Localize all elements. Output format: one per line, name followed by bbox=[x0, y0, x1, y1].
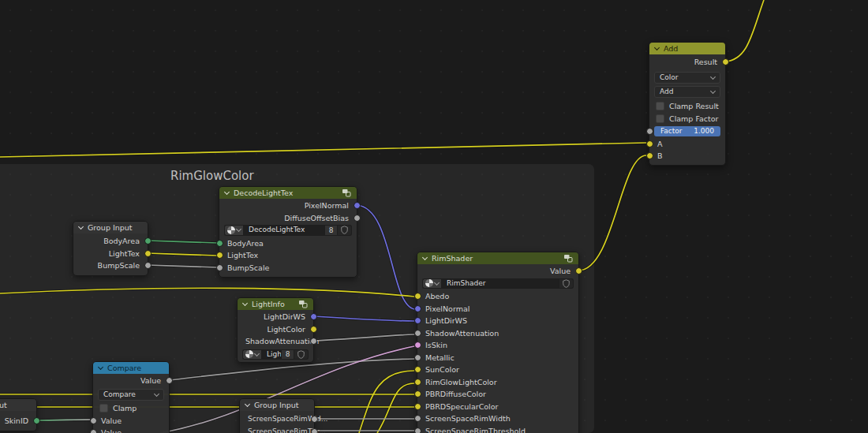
socket-factor-input[interactable] bbox=[646, 128, 653, 135]
node-add-header[interactable]: Add bbox=[649, 43, 725, 54]
node-group-input-top-header[interactable]: Group Input bbox=[73, 222, 148, 233]
collapse-chevron-icon[interactable] bbox=[422, 255, 428, 260]
node-editor-canvas[interactable]: { "frame": { "label": "RimGlowColor" }, … bbox=[0, 0, 868, 433]
group-browse-button[interactable] bbox=[422, 278, 441, 289]
socket-bumpscale-input[interactable] bbox=[216, 264, 223, 271]
socket-pixelnormal-input[interactable] bbox=[414, 305, 421, 312]
socket-lighttex-input[interactable] bbox=[216, 252, 223, 259]
collapse-chevron-icon[interactable] bbox=[245, 401, 250, 407]
socket-pbrdiffusecolor-input[interactable] bbox=[414, 390, 421, 398]
socket-abedo-input[interactable] bbox=[414, 293, 421, 300]
socket-value-input-2[interactable] bbox=[90, 429, 97, 433]
output-row-pixelnormal: PixelNormal bbox=[219, 200, 357, 212]
output-row-lighttex: LightTex bbox=[73, 248, 148, 260]
blend-mode-select[interactable]: Add bbox=[654, 86, 720, 98]
socket-a-input[interactable] bbox=[646, 140, 653, 147]
group-name-field[interactable]: Ligh... bbox=[261, 349, 282, 360]
node-decodelighttex[interactable]: DecodeLightTex PixelNormal DiffuseOffset… bbox=[219, 186, 357, 278]
node-group-input-bottom[interactable]: Group Input ScreenSpaceRimWid... ScreenS… bbox=[239, 398, 315, 433]
socket-screenspacerimwidth-input[interactable] bbox=[414, 415, 421, 422]
socket-result-output[interactable] bbox=[722, 58, 729, 65]
node-compare[interactable]: Compare Value Compare Clamp Value Value bbox=[92, 361, 170, 433]
node-rimshader-header[interactable]: RimShader bbox=[417, 252, 578, 264]
input-row-b: B bbox=[649, 150, 725, 162]
clamp-factor-checkbox-row[interactable]: Clamp Factor bbox=[649, 114, 725, 125]
group-name-field[interactable]: RimShader bbox=[441, 278, 559, 289]
collapse-chevron-icon[interactable] bbox=[78, 224, 84, 230]
node-group-input-left-partial[interactable]: ut SkinID bbox=[0, 398, 37, 431]
node-group-selector[interactable]: DecodeLightTex 8 bbox=[224, 225, 352, 236]
socket-isskin-input[interactable] bbox=[414, 342, 421, 349]
collapse-chevron-icon[interactable] bbox=[98, 364, 103, 370]
socket-suncolor-input[interactable] bbox=[414, 366, 421, 373]
node-decodelighttex-header[interactable]: DecodeLightTex bbox=[219, 187, 357, 199]
socket-value-output[interactable] bbox=[575, 267, 582, 274]
socket-lightdirws-input[interactable] bbox=[414, 317, 421, 324]
node-group-input-bottom-header[interactable]: Group Input bbox=[240, 399, 314, 411]
fake-user-shield-button[interactable] bbox=[294, 349, 309, 360]
socket-metallic-input[interactable] bbox=[414, 354, 421, 361]
input-row-value-1: Value bbox=[93, 415, 169, 427]
output-row-skinid: SkinID bbox=[0, 415, 36, 427]
users-count-button[interactable]: 8 bbox=[325, 225, 338, 236]
collapse-chevron-icon[interactable] bbox=[224, 189, 230, 195]
node-group-icon bbox=[342, 189, 351, 197]
checkbox-icon[interactable] bbox=[99, 404, 108, 412]
wire-add-result-out bbox=[725, 0, 764, 62]
socket-bodyarea-input[interactable] bbox=[216, 240, 223, 247]
node-title: Group Input bbox=[88, 222, 142, 233]
fake-user-shield-button[interactable] bbox=[559, 278, 574, 289]
node-rimshader[interactable]: RimShader Value RimShader Abedo PixelNor… bbox=[417, 252, 579, 433]
socket-diffuseoffsetbias-output[interactable] bbox=[354, 215, 361, 222]
socket-shadowattenuation-input[interactable] bbox=[414, 330, 421, 337]
socket-pixelnormal-output[interactable] bbox=[354, 202, 361, 209]
socket-bumpscale-output[interactable] bbox=[144, 262, 152, 269]
data-type-select[interactable]: Color bbox=[654, 72, 720, 84]
output-row-result: Result bbox=[649, 56, 725, 69]
node-group-selector[interactable]: Ligh... 8 bbox=[242, 349, 309, 360]
socket-rimglowlightcolor-input[interactable] bbox=[414, 379, 421, 386]
collapse-chevron-icon[interactable] bbox=[654, 45, 660, 50]
input-row-a: A bbox=[649, 138, 725, 151]
socket-b-input[interactable] bbox=[646, 152, 653, 159]
node-group-input-top[interactable]: Group Input BodyArea LightTex BumpScale bbox=[73, 221, 148, 276]
node-title: Group Input bbox=[254, 399, 309, 411]
socket-screenspacerimthreshold-output[interactable] bbox=[311, 428, 318, 433]
input-row-bodyarea: BodyArea bbox=[219, 237, 357, 250]
checkbox-icon[interactable] bbox=[656, 102, 664, 110]
node-lightinfo-header[interactable]: LightInfo bbox=[238, 298, 313, 310]
checkbox-icon[interactable] bbox=[656, 114, 664, 123]
node-left-partial-header[interactable]: ut bbox=[0, 399, 36, 411]
socket-pbrdspecularcolor-input[interactable] bbox=[414, 403, 421, 410]
fake-user-shield-button[interactable] bbox=[338, 225, 352, 236]
socket-screenspacerimthreshold-input[interactable] bbox=[414, 427, 421, 433]
material-sphere-icon bbox=[425, 279, 433, 287]
node-compare-header[interactable]: Compare bbox=[93, 362, 169, 374]
socket-value-input-1[interactable] bbox=[90, 417, 97, 424]
group-browse-button[interactable] bbox=[242, 349, 261, 360]
node-title: LightInfo bbox=[252, 298, 294, 310]
clamp-checkbox-row[interactable]: Clamp bbox=[93, 403, 169, 414]
users-count-button[interactable]: 8 bbox=[282, 349, 294, 360]
socket-value-output[interactable] bbox=[166, 377, 173, 384]
collapse-chevron-icon[interactable] bbox=[242, 300, 248, 306]
shield-icon bbox=[341, 226, 348, 234]
node-title: Add bbox=[664, 43, 720, 54]
socket-lightdirws-output[interactable] bbox=[310, 313, 317, 320]
node-group-selector[interactable]: RimShader bbox=[422, 278, 574, 289]
socket-skinid-output[interactable] bbox=[33, 417, 40, 424]
socket-screenspacerimwidth-output[interactable] bbox=[311, 416, 318, 423]
factor-slider[interactable]: Factor 1.000 bbox=[654, 126, 720, 136]
socket-bodyarea-output[interactable] bbox=[144, 237, 152, 244]
socket-lighttex-output[interactable] bbox=[144, 250, 152, 257]
socket-lightcolor-output[interactable] bbox=[310, 326, 317, 333]
compare-operation-select[interactable]: Compare bbox=[98, 389, 164, 401]
node-lightinfo[interactable]: LightInfo LightDirWS LightColor ShadowAt… bbox=[237, 297, 314, 363]
group-browse-button[interactable] bbox=[224, 225, 243, 236]
group-name-field[interactable]: DecodeLightTex bbox=[243, 225, 325, 236]
clamp-result-checkbox-row[interactable]: Clamp Result bbox=[649, 101, 725, 112]
node-title: RimShader bbox=[432, 252, 559, 264]
node-add[interactable]: Add Result Color Add Clamp Result Clamp … bbox=[649, 42, 726, 166]
socket-shadowattenuation-output[interactable] bbox=[310, 338, 317, 345]
shield-icon bbox=[297, 350, 305, 359]
